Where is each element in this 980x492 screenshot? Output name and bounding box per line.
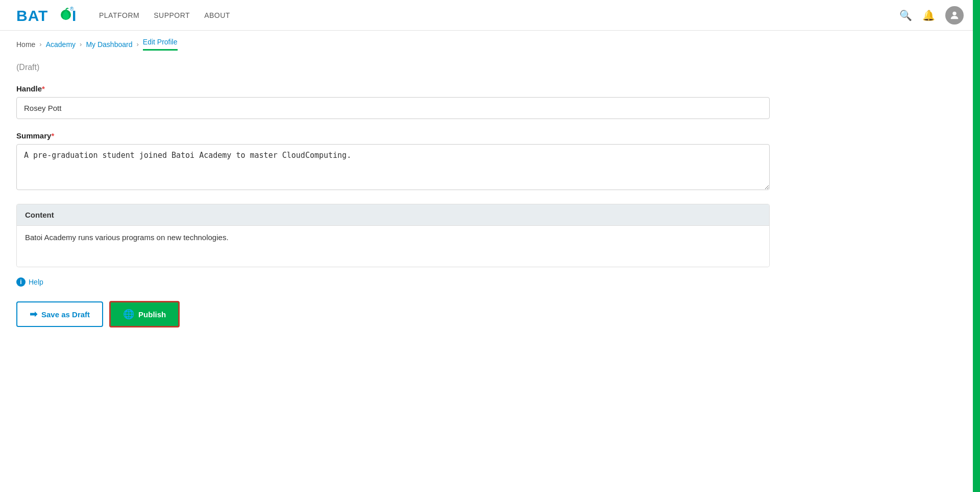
content-block-body: Batoi Academy runs various programs on n… [17, 226, 769, 267]
header-left: BAT I ® PLATFORM SUPPORT ABOUT [16, 6, 230, 25]
main-content: (Draft) Handle* Summary* A pre-graduatio… [0, 51, 786, 340]
breadcrumb-home[interactable]: Home [16, 40, 35, 49]
search-icon[interactable]: 🔍 [899, 9, 912, 21]
handle-required: * [42, 84, 45, 93]
breadcrumb-academy[interactable]: Academy [46, 40, 76, 49]
header-right: 🔍 🔔 [899, 6, 964, 25]
avatar-icon [949, 10, 960, 21]
breadcrumb-sep-1: › [39, 40, 41, 48]
nav-support[interactable]: SUPPORT [154, 11, 190, 19]
content-block-header: Content [17, 204, 769, 226]
site-header: BAT I ® PLATFORM SUPPORT ABOUT 🔍 🔔 [0, 0, 980, 31]
publish-globe-icon: 🌐 [123, 309, 134, 320]
breadcrumb: Home › Academy › My Dashboard › Edit Pro… [0, 31, 980, 51]
content-block: Content Batoi Academy runs various progr… [16, 204, 770, 267]
content-block-title: Content [25, 210, 54, 219]
main-nav: PLATFORM SUPPORT ABOUT [99, 11, 230, 19]
help-link[interactable]: i Help [16, 277, 770, 287]
svg-text:BAT: BAT [16, 7, 48, 24]
right-accent-bar [973, 0, 980, 340]
handle-input[interactable] [16, 97, 770, 119]
publish-button[interactable]: 🌐 Publish [109, 301, 180, 327]
breadcrumb-edit-profile[interactable]: Edit Profile [143, 38, 178, 51]
svg-point-4 [952, 11, 956, 15]
publish-label: Publish [138, 310, 166, 319]
save-draft-button[interactable]: ➡ Save as Draft [16, 301, 103, 327]
info-icon: i [16, 277, 26, 287]
save-draft-label: Save as Draft [41, 310, 90, 319]
breadcrumb-sep-2: › [80, 40, 82, 48]
help-label: Help [29, 278, 43, 286]
logo[interactable]: BAT I ® [16, 6, 83, 25]
breadcrumb-my-dashboard[interactable]: My Dashboard [86, 40, 132, 49]
content-block-text: Batoi Academy runs various programs on n… [25, 233, 761, 242]
summary-field-group: Summary* A pre-graduation student joined… [16, 131, 770, 192]
handle-field-group: Handle* [16, 84, 770, 119]
bell-icon[interactable]: 🔔 [922, 9, 935, 21]
breadcrumb-sep-3: › [136, 40, 138, 48]
summary-textarea[interactable]: A pre-graduation student joined Batoi Ac… [16, 144, 770, 190]
svg-text:®: ® [70, 6, 74, 12]
nav-platform[interactable]: PLATFORM [99, 11, 139, 19]
nav-about[interactable]: ABOUT [204, 11, 230, 19]
summary-label: Summary* [16, 131, 770, 140]
summary-required: * [51, 131, 54, 140]
action-buttons: ➡ Save as Draft 🌐 Publish [16, 301, 770, 327]
handle-label: Handle* [16, 84, 770, 93]
logo-svg: BAT I ® [16, 6, 83, 25]
draft-status: (Draft) [16, 63, 770, 72]
avatar[interactable] [945, 6, 964, 25]
draft-arrow-icon: ➡ [30, 309, 37, 320]
